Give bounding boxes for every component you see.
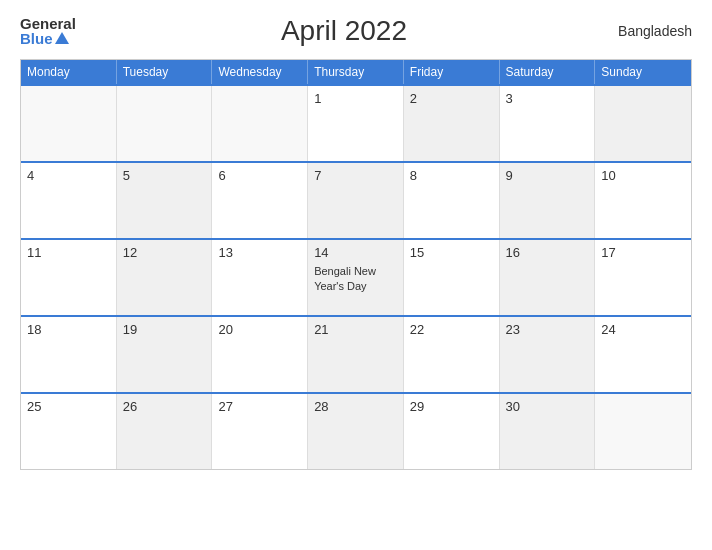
cal-cell-apr10: 10 [595, 163, 691, 238]
cal-cell-apr4: 4 [21, 163, 117, 238]
cal-cell-apr16: 16 [500, 240, 596, 315]
cal-cell-apr28: 28 [308, 394, 404, 469]
header-wednesday: Wednesday [212, 60, 308, 84]
cal-cell-apr2: 2 [404, 86, 500, 161]
cal-cell-apr13: 13 [212, 240, 308, 315]
logo-triangle-icon [55, 32, 69, 44]
header-sunday: Sunday [595, 60, 691, 84]
cal-cell-apr30: 30 [500, 394, 596, 469]
cal-cell-apr7: 7 [308, 163, 404, 238]
week-row-2: 4 5 6 7 8 9 10 [21, 161, 691, 238]
cal-cell-apr27: 27 [212, 394, 308, 469]
calendar-header: Monday Tuesday Wednesday Thursday Friday… [21, 60, 691, 84]
cal-cell-empty-end [595, 394, 691, 469]
logo-general-text: General [20, 16, 76, 31]
header-friday: Friday [404, 60, 500, 84]
logo: General Blue [20, 16, 76, 46]
bengali-new-year-event: Bengali New Year's Day [314, 265, 376, 292]
cal-cell-empty-sun [595, 86, 691, 161]
cal-cell [21, 86, 117, 161]
cal-cell-apr3: 3 [500, 86, 596, 161]
week-row-4: 18 19 20 21 22 23 24 [21, 315, 691, 392]
cal-cell-apr18: 18 [21, 317, 117, 392]
header-thursday: Thursday [308, 60, 404, 84]
cal-cell-apr25: 25 [21, 394, 117, 469]
cal-cell-apr1: 1 [308, 86, 404, 161]
cal-cell-apr15: 15 [404, 240, 500, 315]
cal-cell-apr14: 14 Bengali New Year's Day [308, 240, 404, 315]
header: General Blue April 2022 Bangladesh [20, 15, 692, 47]
page: General Blue April 2022 Bangladesh Monda… [0, 0, 712, 550]
country-label: Bangladesh [612, 23, 692, 39]
cal-cell-apr21: 21 [308, 317, 404, 392]
cal-cell-apr20: 20 [212, 317, 308, 392]
cal-cell-apr12: 12 [117, 240, 213, 315]
cal-cell-apr9: 9 [500, 163, 596, 238]
cal-cell-apr19: 19 [117, 317, 213, 392]
calendar-title: April 2022 [76, 15, 612, 47]
header-tuesday: Tuesday [117, 60, 213, 84]
cal-cell-apr5: 5 [117, 163, 213, 238]
cal-cell [117, 86, 213, 161]
week-row-1: 1 2 3 [21, 84, 691, 161]
cal-cell-apr29: 29 [404, 394, 500, 469]
header-monday: Monday [21, 60, 117, 84]
week-row-3: 11 12 13 14 Bengali New Year's Day 15 16… [21, 238, 691, 315]
cal-cell-apr6: 6 [212, 163, 308, 238]
cal-cell-apr22: 22 [404, 317, 500, 392]
cal-cell-apr24: 24 [595, 317, 691, 392]
week-row-5: 25 26 27 28 29 30 [21, 392, 691, 469]
cal-cell [212, 86, 308, 161]
cal-cell-apr8: 8 [404, 163, 500, 238]
logo-blue-text: Blue [20, 31, 69, 46]
cal-cell-apr26: 26 [117, 394, 213, 469]
header-saturday: Saturday [500, 60, 596, 84]
cal-cell-apr17: 17 [595, 240, 691, 315]
calendar: Monday Tuesday Wednesday Thursday Friday… [20, 59, 692, 470]
cal-cell-apr11: 11 [21, 240, 117, 315]
cal-cell-apr23: 23 [500, 317, 596, 392]
